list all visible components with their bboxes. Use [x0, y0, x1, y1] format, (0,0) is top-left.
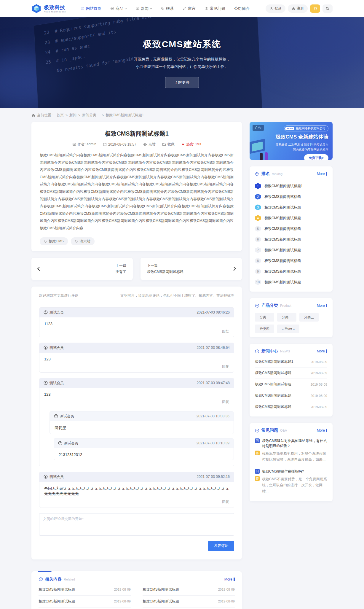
ranking-item[interactable]: 8极致CMS新闻测试标题 — [255, 255, 327, 266]
category-item[interactable]: 分类二 — [277, 313, 296, 322]
ranking-item[interactable]: 10极致CMS新闻测试标题 — [255, 277, 327, 287]
avatar-icon — [44, 346, 48, 350]
ranking-item[interactable]: 7极致CMS新闻测试标题 — [255, 245, 327, 255]
prev-article-card[interactable]: 上一篇 没有了 — [31, 258, 133, 280]
faq-more-link[interactable]: More — [317, 428, 327, 432]
category-item[interactable]: 分类三 — [299, 313, 319, 322]
search-icon — [325, 7, 330, 11]
site-logo[interactable]: 极致科技 ACME TECHNOLOGY — [31, 4, 66, 14]
submit-comment-button[interactable]: 发表评论 — [208, 541, 234, 551]
learn-more-button[interactable]: 了解更多 — [165, 77, 199, 88]
ranking-item[interactable]: 4极致CMS新闻测试标题 — [255, 213, 327, 223]
comment-text: 21312312312 — [54, 448, 234, 460]
cube-icon — [39, 577, 43, 581]
comment-item: 测试会员 2021-07-03 08:46:54 123 回复 — [39, 343, 234, 373]
register-button[interactable]: 注册 — [288, 4, 308, 13]
ranking-item[interactable]: 6极致CMS新闻测试标题 — [255, 234, 327, 245]
news-item[interactable]: 极致CMS新闻测试标题2019-08-09 — [255, 368, 327, 379]
faq-question[interactable]: 问 极致CMS需要付费授权吗? — [255, 469, 327, 474]
cube-icon — [255, 428, 259, 433]
login-button[interactable]: 登录 — [266, 4, 285, 13]
news-item[interactable]: 极致CMS新闻测试标题2019-08-09 — [255, 390, 327, 401]
ranking-item[interactable]: 3极致CMS新闻测试标题 — [255, 202, 327, 213]
nav-item-contact[interactable]: 联系 — [161, 6, 174, 11]
news-more-link[interactable]: More — [317, 349, 327, 353]
related-item[interactable]: 极致CMS新闻测试标题2019-08-09 — [143, 584, 235, 596]
comment-input[interactable] — [39, 513, 234, 536]
nav-item-message[interactable]: 留言 — [183, 6, 196, 11]
breadcrumb-news[interactable]: 新闻 — [69, 113, 76, 118]
comment-user: 测试会员 — [50, 345, 64, 350]
tag-item[interactable]: 极致CMS — [40, 237, 68, 245]
home-icon — [81, 7, 84, 10]
search-button[interactable] — [323, 4, 333, 13]
related-item[interactable]: 极致CMS新闻测试标题2019-08-09 — [39, 596, 131, 608]
reply-button[interactable]: 回复 — [222, 400, 229, 404]
breadcrumb: 当前位置： 首页 > 新闻 > 新闻分类二 > 极致CMS新闻测试标题1 — [31, 113, 333, 118]
nav-item-home[interactable]: 网站首页 — [81, 6, 101, 11]
reply-button[interactable]: 回复 — [222, 500, 229, 504]
nav-item-about[interactable]: 公司简介 — [234, 6, 250, 11]
category-more-item[interactable]: :: More :: — [277, 325, 299, 333]
category-item[interactable]: 分类四 — [255, 325, 274, 333]
article-body: 极致CMS新闻测试简介内容极致CMS新闻测试简介内容极致CMS新闻测试简介内容极… — [40, 152, 234, 232]
news-item[interactable]: 极致CMS新闻测试标题2019-08-09 — [255, 379, 327, 390]
related-more-link[interactable]: More — [224, 577, 235, 581]
comment-user: 测试会员 — [50, 310, 64, 315]
avatar-icon — [44, 381, 48, 385]
reply-button[interactable]: 回复 — [222, 329, 229, 333]
faq-question[interactable]: 问 极致CMS建站对比其他建站系统，有什么特别明显的优势？ — [255, 438, 327, 449]
article-meta: 作者: admin 2019-08-09 19:57 点赞 收藏 热度: 193 — [40, 142, 234, 147]
logo-title: 极致科技 — [44, 4, 66, 11]
tag-item[interactable]: 演示站 — [71, 237, 95, 245]
rank-badge: 7 — [255, 247, 261, 253]
related-item[interactable]: 极致CMS新闻测试标题2019-08-09 — [39, 608, 131, 609]
logo-cube-icon — [31, 4, 41, 14]
like-button[interactable]: 点赞 — [143, 142, 156, 147]
ranking-more-link[interactable]: More — [317, 172, 327, 176]
breadcrumb-category[interactable]: 新闻分类二 — [82, 113, 100, 118]
ranking-item[interactable]: 5极致CMS新闻测试标题 — [255, 223, 327, 234]
product-more-link[interactable]: More — [317, 303, 327, 308]
comment-time: 2021-07-03 08:46:54 — [197, 346, 230, 350]
hero-title: 极致CMS建站系统 — [0, 38, 364, 50]
goods-icon — [110, 7, 114, 10]
ranking-item[interactable]: 9极致CMS新闻测试标题 — [255, 266, 327, 277]
favorite-button[interactable]: 收藏 — [162, 142, 175, 147]
nav-item-news[interactable]: 新闻 — [135, 6, 152, 11]
related-subtitle: Related — [64, 578, 75, 581]
comment-user: 测试会员 — [50, 474, 64, 479]
prev-label: 上一篇 — [116, 263, 126, 269]
comments-welcome: 欢迎您对本文章进行评论 — [39, 293, 78, 298]
meta-date: 2019-08-09 19:57 — [103, 142, 136, 147]
article-tags: 极致CMS 演示站 — [40, 237, 234, 245]
category-item[interactable]: 分类一 — [255, 313, 274, 322]
faq-title: 常见问题 — [261, 428, 278, 433]
related-item[interactable]: 极致CMS新闻测试标题2019-08-09 — [143, 608, 235, 609]
next-title: 极致CMS新闻测试标题 — [147, 269, 183, 275]
comment-time: 2021-07-03 10:03:36 — [197, 414, 229, 418]
comment-text: 吾问无为谓无无无无无无无无无无无无无无无无无无无无无无无无无无无无无无无无无无无… — [39, 482, 234, 500]
comment-time: 2021-07-03 08:46:26 — [197, 310, 230, 314]
ad-banner[interactable]: 广告 ACME 极致网络科技有限公司 极致CMS 全新建站体验 简易标签 二次开… — [250, 122, 333, 160]
rank-badge: 4 — [255, 215, 261, 221]
hero-banner: 22 # Requires supporting ruby files with… — [0, 17, 364, 108]
nav-item-products[interactable]: 商品 — [110, 6, 127, 11]
news-item[interactable]: 极致CMS新闻测试标题2019-08-09 — [255, 401, 327, 412]
nav-item-faq[interactable]: 常见问题 — [205, 6, 225, 11]
cart-button[interactable] — [310, 4, 320, 13]
ad-company-name: 极致网络科技有限公司 — [296, 126, 325, 131]
related-item[interactable]: 极致CMS新闻测试标题2019-08-09 — [39, 584, 131, 596]
next-article-card[interactable]: 下一篇 极致CMS新闻测试标题 — [141, 258, 242, 280]
comment-item: 测试会员 2021-07-03 08:46:26 1123 回复 — [39, 307, 234, 337]
reply-button[interactable]: 回复 — [222, 365, 229, 369]
faq-item: 问 极致CMS需要付费授权吗? 答 极致CMS不需要付费，是一个免费商用系统，您… — [255, 466, 327, 497]
news-item[interactable]: 极致CMS新闻测试标题12019-08-09 — [255, 356, 327, 368]
avatar-icon — [58, 441, 62, 445]
free-download-button[interactable]: 免费下载> — [304, 154, 328, 160]
ranking-item[interactable]: 2极致CMS新闻测试标题 — [255, 191, 327, 202]
breadcrumb-home[interactable]: 首页 — [57, 113, 64, 118]
related-list: 极致CMS新闻测试标题2019-08-09 极致CMS新闻测试标题2019-08… — [39, 584, 235, 609]
related-item[interactable]: 极致CMS新闻测试标题2019-08-09 — [143, 596, 235, 608]
ranking-item[interactable]: 1极致CMS新闻测试标题1 — [255, 181, 327, 191]
